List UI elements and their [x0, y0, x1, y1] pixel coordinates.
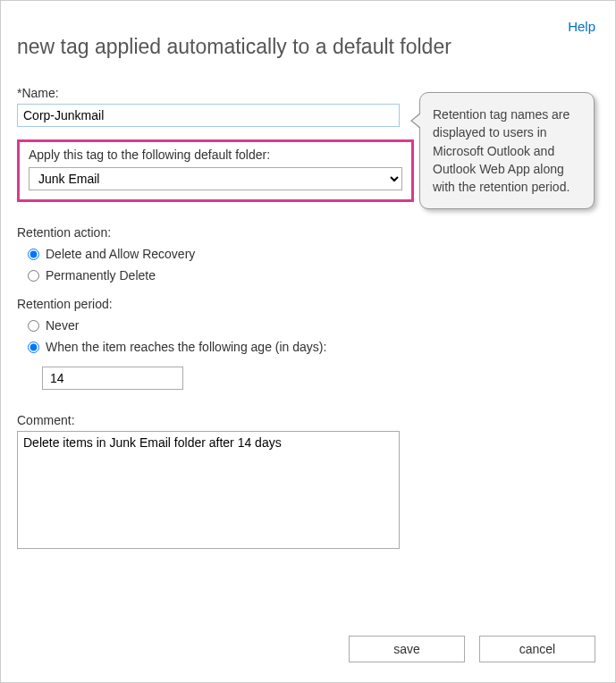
apply-to-label: Apply this tag to the following default … [29, 148, 402, 162]
radio-never-input[interactable] [28, 320, 39, 332]
apply-to-field-group: Apply this tag to the following default … [17, 139, 414, 202]
retention-action-group: Retention action: Delete and Allow Recov… [17, 225, 599, 282]
name-input[interactable] [17, 104, 400, 127]
help-link[interactable]: Help [568, 19, 595, 34]
age-input[interactable] [42, 367, 183, 390]
radio-delete-recover[interactable]: Delete and Allow Recovery [28, 247, 599, 261]
radio-delete-recover-input[interactable] [28, 249, 39, 260]
radio-perm-delete-label: Permanently Delete [46, 268, 156, 282]
radio-age[interactable]: When the item reaches the following age … [28, 340, 599, 354]
radio-perm-delete[interactable]: Permanently Delete [28, 268, 599, 282]
comment-textarea[interactable] [17, 431, 400, 549]
button-bar: save cancel [338, 636, 595, 662]
retention-action-radios: Delete and Allow Recovery Permanently De… [17, 243, 599, 282]
radio-never-label: Never [46, 318, 79, 333]
page-title: new tag applied automatically to a defau… [1, 1, 615, 86]
save-button[interactable]: save [349, 636, 465, 662]
retention-period-label: Retention period: [17, 297, 599, 311]
radio-delete-recover-label: Delete and Allow Recovery [46, 247, 195, 261]
callout-tooltip: Retention tag names are displayed to use… [419, 92, 595, 209]
retention-period-radios: Never When the item reaches the followin… [17, 315, 599, 354]
radio-age-label: When the item reaches the following age … [46, 340, 326, 354]
retention-period-group: Retention period: Never When the item re… [17, 297, 599, 390]
comment-label: Comment: [17, 413, 599, 427]
comment-field-group: Comment: [17, 413, 599, 552]
radio-never[interactable]: Never [28, 318, 599, 333]
retention-action-label: Retention action: [17, 225, 599, 240]
apply-to-select[interactable]: Junk Email [29, 167, 402, 190]
callout-text: Retention tag names are displayed to use… [433, 107, 570, 194]
radio-perm-delete-input[interactable] [28, 270, 39, 282]
cancel-button[interactable]: cancel [479, 636, 595, 662]
radio-age-input[interactable] [28, 342, 39, 353]
